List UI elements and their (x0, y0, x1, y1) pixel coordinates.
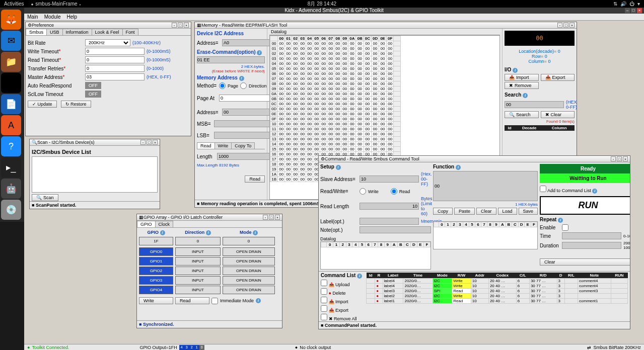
info-icon[interactable]: i (239, 76, 244, 81)
command-table[interactable]: IdRLabelTimeModeR/WAddrCodexC/LR/DDR/LNo… (366, 273, 628, 304)
info-icon[interactable]: i (513, 68, 518, 73)
update-button[interactable]: ✓ Update (28, 101, 57, 108)
gpio-dir-button[interactable]: INPUT (175, 276, 221, 285)
gpio-mode-button[interactable]: OPEN DRAIN (223, 247, 275, 256)
table-row[interactable]: ●label42020/0…I2CWrite1020 40 …630 77 …3… (367, 284, 628, 289)
func-input[interactable] (433, 171, 538, 201)
immediate-checkbox[interactable] (211, 298, 218, 304)
gpio-write-button[interactable]: Write (139, 297, 173, 304)
info-icon[interactable]: i (206, 230, 211, 235)
pref-input[interactable] (85, 65, 145, 72)
terminal-icon[interactable]: ▸_ (1, 157, 21, 178)
firefox-icon[interactable]: 🦊 (1, 10, 21, 30)
scan-max-icon[interactable]: □ (147, 140, 152, 145)
tab-lookfeel[interactable]: Look & Feel (92, 29, 123, 35)
run-button[interactable]: RUN (540, 196, 630, 215)
info-icon[interactable]: i (456, 165, 461, 170)
sound-icon[interactable]: 🔊 (620, 1, 626, 7)
info-icon[interactable]: i (523, 93, 528, 98)
enable-checkbox[interactable] (562, 224, 568, 231)
erase-input[interactable] (197, 56, 265, 63)
gpio-min-icon[interactable]: ▫ (263, 215, 268, 220)
export-checkbox[interactable] (321, 305, 327, 312)
info-icon[interactable]: i (256, 298, 261, 303)
table-row[interactable]: ●label32020/0…SPIRead1020 40 …630 77 …3c… (367, 289, 628, 294)
tab-usb[interactable]: USB (46, 29, 63, 35)
gpio-pin-button[interactable]: GPIO2 (139, 267, 173, 275)
delete-label[interactable]: Delete (332, 291, 345, 296)
tab-copyto[interactable]: Copy To (231, 142, 255, 149)
gpio-mode-button[interactable]: OPEN DRAIN (223, 276, 275, 285)
device-list[interactable] (32, 156, 158, 193)
autoread-toggle[interactable]: OFF (85, 82, 101, 89)
info-icon[interactable]: i (357, 274, 362, 279)
length-input[interactable] (217, 153, 276, 160)
gpio-pin-button[interactable]: GPIO0 (139, 247, 173, 256)
gpio-mode-button[interactable]: OPEN DRAIN (223, 267, 275, 275)
copy-button[interactable]: Copy (433, 208, 453, 215)
tab-clock[interactable]: Clock (155, 221, 174, 227)
search-result-table[interactable]: IdDecadeColumn (505, 125, 575, 131)
scan-min-icon[interactable]: ▫ (140, 140, 146, 145)
info-icon[interactable]: i (160, 230, 165, 235)
table-row[interactable]: ●label22020/0…I2CWrite1020 40 …630 77 …3 (367, 294, 628, 299)
tab-gpio[interactable]: GPIO (137, 221, 156, 227)
software-icon[interactable]: A (1, 115, 21, 135)
cmd-min-icon[interactable]: ▫ (611, 156, 616, 161)
read-button[interactable]: Read (245, 176, 265, 183)
app-menu[interactable]: ⬥ smbus-MainFrame ▾ (31, 1, 82, 7)
paste-button[interactable]: Paste (454, 208, 475, 215)
gpio-titlebar[interactable]: ▦ GPIO Array - GPIO I/O Latch Controller… (137, 214, 282, 221)
time-input[interactable] (562, 232, 621, 239)
mem-max-icon[interactable]: □ (563, 23, 568, 28)
tab-font[interactable]: Font (122, 29, 138, 35)
gpio-pin-button[interactable]: GPIO1 (139, 257, 173, 266)
menu-module[interactable]: Module (44, 14, 61, 20)
gpio-dir-button[interactable]: INPUT (175, 247, 221, 256)
pref-input[interactable] (85, 48, 145, 55)
cmd-datalog-grid[interactable]: 0123456789ABCDEF (320, 241, 431, 270)
gpio-dir-button[interactable]: INPUT (175, 257, 221, 266)
info-icon[interactable]: i (257, 50, 262, 55)
removeall-label[interactable]: Remove All (334, 316, 357, 321)
label-input[interactable] (360, 218, 419, 225)
cmd-datalog-grid2[interactable]: 0123456789ABCDEF (433, 221, 538, 249)
scllow-toggle[interactable]: OFF (85, 91, 101, 98)
restore-button[interactable]: ↻ Restore (61, 101, 91, 108)
search-button[interactable]: 🔍 Search (505, 111, 539, 118)
gpio-pin-button[interactable]: GPIO3 (139, 276, 173, 285)
gpio-read-button[interactable]: Read (175, 297, 209, 304)
remove-button[interactable]: ✖ Remove (505, 82, 539, 89)
upload-label[interactable]: Upload (335, 282, 350, 287)
scan-titlebar[interactable]: 🔍 Scan - I2C/Smbus Device(s) ▫□× (30, 139, 160, 146)
close-icon[interactable]: × (637, 8, 642, 13)
cmd-export-label[interactable]: Export (335, 308, 348, 313)
disc-icon[interactable]: 💿 (1, 200, 21, 220)
help-icon[interactable]: ? (1, 136, 21, 156)
caret-icon[interactable]: ▾ (637, 1, 640, 7)
table-row[interactable]: ●label12020/0…I2CRead1020 40 …630 77 …3c… (367, 299, 628, 304)
import-button[interactable]: 📥 Import (505, 74, 539, 81)
cmd-max-icon[interactable]: □ (617, 156, 622, 161)
tab-info[interactable]: Information (62, 29, 92, 35)
maximize-icon[interactable]: □ (631, 8, 636, 13)
menu-main[interactable]: Main (27, 14, 38, 20)
mem-close-icon[interactable]: × (569, 23, 575, 28)
mem-titlebar[interactable]: ▦ Memory - Read/Write EEPRM/FLASH Tool ▫… (195, 22, 577, 29)
info-icon[interactable]: i (336, 165, 341, 170)
power-icon[interactable]: ⏻ (629, 1, 634, 7)
pref-max-icon[interactable]: □ (178, 23, 183, 28)
pref-select[interactable]: 200KHz (85, 39, 130, 46)
files-icon[interactable]: 📁 (1, 52, 21, 72)
thunderbird-icon[interactable]: ✉ (1, 31, 21, 51)
pref-input[interactable] (85, 56, 145, 63)
import-checkbox[interactable] (321, 297, 327, 303)
info-icon[interactable]: i (253, 230, 258, 235)
gpio-pin-button[interactable]: GPIO4 (139, 286, 173, 294)
pref-close-icon[interactable]: × (184, 23, 189, 28)
func-clear-button[interactable]: Clear (476, 208, 496, 215)
network-icon[interactable]: ⇅ (613, 1, 617, 7)
note-input[interactable] (360, 226, 431, 233)
delete-checkbox[interactable] (321, 288, 327, 295)
gpio-dir-button[interactable]: INPUT (175, 267, 221, 275)
